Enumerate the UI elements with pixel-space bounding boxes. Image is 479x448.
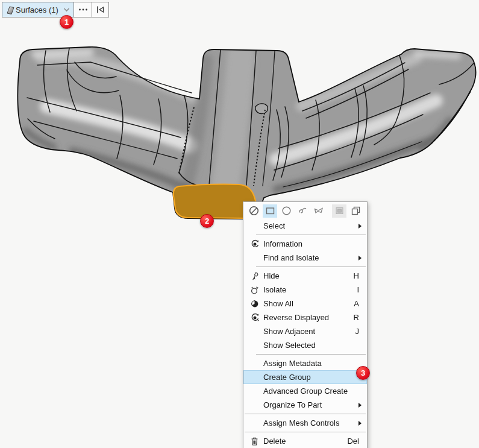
menu-item-find-and-isolate[interactable]: Find and Isolate [243,251,367,265]
polygon-select-icon[interactable] [312,204,326,218]
junction-tab-face [255,104,268,114]
menu-item-label: Information [262,239,362,248]
manifold-model[interactable] [17,47,475,219]
menu-divider [256,267,366,267]
menu-divider [245,414,366,414]
menu-item-show-all[interactable]: Show All A [243,297,367,311]
menu-item-label: Show Adjacent [262,327,355,336]
selection-filter-toolbar: Surfaces (1) [2,2,109,17]
circle-select-icon[interactable] [279,204,293,218]
menu-item-assign-metadata[interactable]: Assign Metadata [243,356,367,370]
menu-item-label: Assign Mesh Controls [262,418,358,427]
menu-item-organize-to-part[interactable]: Organize To Part [243,398,367,412]
ellipsis-icon [78,8,88,11]
menu-item-label: Assign Metadata [262,359,362,368]
menu-item-shortcut: J [355,327,363,336]
step-badge-2: 2 [200,214,214,228]
box-select-icon[interactable] [263,204,277,218]
menu-item-show-adjacent[interactable]: Show Adjacent J [243,324,367,338]
reverse-displayed-icon [247,313,262,323]
menu-item-reverse-displayed[interactable]: Reverse Displayed R [243,311,367,324]
menu-item-show-selected[interactable]: Show Selected [243,338,367,352]
surfaces-filter-label: Surfaces (1) [16,5,58,14]
step-badge-3: 3 [356,366,370,380]
menu-item-label: Create Group [262,373,362,382]
hide-icon [247,271,262,281]
more-options-button[interactable] [74,2,92,17]
menu-divider [256,235,366,235]
context-menu: Select Information Find and Isolate Hide… [243,201,368,448]
menu-item-label: Find and Isolate [262,253,358,262]
submenu-arrow-icon [358,421,362,426]
no-select-icon[interactable] [246,204,261,218]
menu-item-select[interactable]: Select [243,219,367,233]
menu-item-shortcut: R [354,313,362,322]
menu-divider [245,432,366,432]
menu-item-label: Select [262,221,358,230]
trash-icon [247,437,262,446]
menu-item-shortcut: H [354,271,362,280]
menu-item-create-group[interactable]: Create Group [243,370,367,384]
isolate-icon [247,285,262,295]
chevron-down-icon [63,7,70,12]
submenu-arrow-icon [358,403,362,408]
menu-item-label: Advanced Group Create [262,386,362,396]
menu-item-isolate[interactable]: Isolate I [243,283,367,297]
menu-item-label: Delete [262,437,347,446]
collapse-toolbar-button[interactable] [92,2,109,17]
menu-item-label: Reverse Displayed [262,313,354,322]
menu-item-information[interactable]: Information [243,237,367,251]
menu-item-hide[interactable]: Hide H [243,269,367,283]
step-badge-1: 1 [60,15,74,29]
menu-item-label: Hide [262,271,354,280]
menu-item-label: Isolate [262,285,357,294]
menu-item-label: Show Selected [262,341,362,350]
menu-divider [256,354,366,355]
menu-item-label: Show All [262,299,354,308]
information-icon [247,239,262,249]
selection-tool-row [243,203,367,219]
menu-item-shortcut: Del [347,437,362,446]
filled-box-icon[interactable] [332,204,346,218]
submenu-arrow-icon [358,224,362,229]
collapse-left-icon [96,5,105,14]
surface-sheet-icon [5,5,16,15]
menu-item-label: Organize To Part [262,400,358,409]
menu-item-advanced-group-create[interactable]: Advanced Group Create [243,384,367,398]
menu-item-shortcut: A [354,299,362,308]
freehand-select-icon[interactable] [295,204,310,218]
show-all-icon [247,299,262,309]
submenu-arrow-icon [358,256,362,260]
3d-viewport[interactable] [0,0,479,448]
menu-item-assign-mesh-controls[interactable]: Assign Mesh Controls [243,416,367,430]
menu-item-shortcut: I [357,285,362,294]
menu-item-delete[interactable]: Delete Del [243,434,367,448]
stacked-boxes-icon[interactable] [348,204,363,218]
